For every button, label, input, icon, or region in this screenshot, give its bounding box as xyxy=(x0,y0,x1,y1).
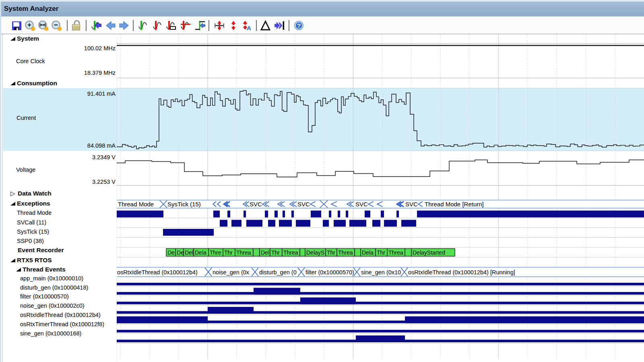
svg-text:Del: Del xyxy=(261,249,269,256)
svg-text:Del: Del xyxy=(185,249,193,256)
svg-text:osRtxIdleThread (0x100012b4) [: osRtxIdleThread (0x100012b4) [Running] xyxy=(408,269,515,276)
svg-text:Dela: Dela xyxy=(362,249,374,256)
svg-text:Thread Mode [Return]: Thread Mode [Return] xyxy=(425,201,484,208)
svg-text:SVC: SVC xyxy=(297,201,310,208)
svg-text:noise_gen (0x: noise_gen (0x xyxy=(213,269,250,276)
svg-text:osRtxIdleThread (0x100012b4): osRtxIdleThread (0x100012b4) xyxy=(117,269,198,276)
svg-text:Thread Mode: Thread Mode xyxy=(118,201,154,208)
svg-text:Threa: Threa xyxy=(236,249,251,256)
svg-text:SysTick (15): SysTick (15) xyxy=(167,201,201,208)
svg-text:Thr: Thr xyxy=(327,249,335,256)
svg-text:disturb_gen (0: disturb_gen (0 xyxy=(259,269,297,276)
svg-text:sine_gen (0x10: sine_gen (0x10 xyxy=(361,269,401,276)
svg-text:filter (0x10000570): filter (0x10000570) xyxy=(305,269,354,276)
svg-text:Threa: Threa xyxy=(388,249,403,256)
svg-text:Thre: Thre xyxy=(210,249,221,256)
svg-text:Thr: Thr xyxy=(224,249,233,256)
svg-text:DelayStarted: DelayStarted xyxy=(413,249,445,256)
svg-text:?: ? xyxy=(297,22,301,29)
svg-text:De: De xyxy=(167,249,175,256)
svg-text:Threa: Threa xyxy=(283,249,298,256)
svg-text:Thr: Thr xyxy=(377,249,385,256)
svg-text:De: De xyxy=(177,249,184,256)
svg-text:Dela: Dela xyxy=(195,249,206,256)
svg-text:A: A xyxy=(247,25,251,31)
svg-text:SVC: SVC xyxy=(355,201,368,208)
svg-text:DelayS: DelayS xyxy=(306,249,324,256)
svg-text:Threa: Threa xyxy=(338,249,353,256)
svg-text:Thr: Thr xyxy=(271,249,280,256)
svg-text:SVC: SVC xyxy=(405,201,418,208)
svg-text:SVC: SVC xyxy=(250,201,262,208)
